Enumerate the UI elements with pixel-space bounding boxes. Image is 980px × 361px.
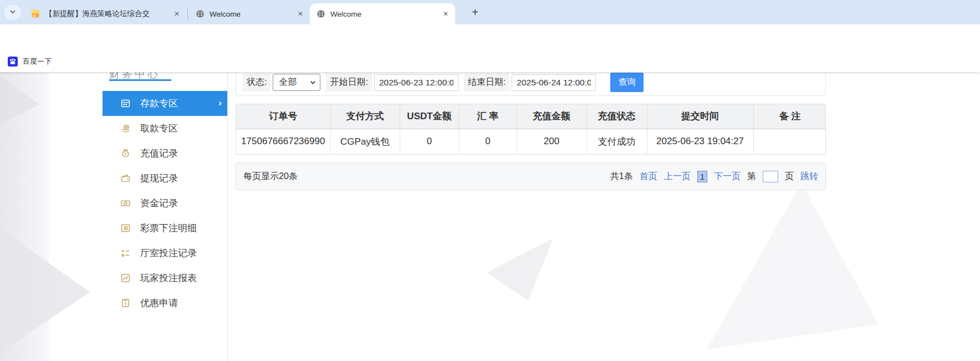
records-table-container: 订单号支付方式USDT金额汇 率充值金额充值状态提交时间备 注 17506766… [236,104,826,155]
search-button[interactable]: 查询 [610,73,644,92]
next-page-link[interactable]: 下一页 [714,171,741,182]
column-header: USDT金额 [400,104,459,129]
browser-window: 【新提醒】海燕策略论坛综合交✕Welcome✕Welcome✕ + js13.c… [0,0,980,361]
end-date-label: 结束日期: [464,73,509,91]
browser-tab[interactable]: Welcome✕ [310,3,455,24]
decor-triangle [707,183,879,349]
column-header: 订单号 [236,104,330,129]
total-count-text: 共1条 [610,171,633,182]
tab-title: 【新提醒】海燕策略论坛综合交 [45,9,167,19]
tab-strip: 【新提醒】海燕策略论坛综合交✕Welcome✕Welcome✕ + [0,0,980,24]
table-header-row: 订单号支付方式USDT金额汇 率充值金额充值状态提交时间备 注 [236,104,826,129]
sidebar-item-label: 厅室投注记录 [140,247,197,260]
sidebar-item-player-bet-report[interactable]: 玩家投注报表 [103,266,227,291]
table-cell [753,129,826,154]
globe-icon [317,9,325,18]
prev-page-link[interactable]: 上一页 [664,171,691,182]
sidebar-heading-underline [109,79,171,81]
tab-close-icon[interactable]: ✕ [295,9,305,19]
deposit-icon [120,98,131,109]
table-body: 1750676667236990CGPay钱包00200支付成功2025-06-… [236,129,826,154]
browser-tab[interactable]: Welcome✕ [189,3,310,24]
table-cell: 200 [517,129,586,154]
filter-bar: 状态: 全部 开始日期: 结束日期: 查询 [236,72,826,96]
sidebar-item-promo-apply[interactable]: ¥优惠申请 [103,291,227,316]
browser-chrome: 【新提醒】海燕策略论坛综合交✕Welcome✕Welcome✕ + js13.c… [0,0,980,72]
start-date-input[interactable] [374,74,458,91]
banknote-icon [120,198,131,209]
chart-icon [120,273,131,283]
end-date-input[interactable] [512,74,596,91]
select-chevron-icon [310,79,316,85]
sidebar-nav: 存款专区›取款专区¥充值记录提现记录资金记录彩票下注明细厅室投注记录玩家投注报表… [103,91,227,316]
new-tab-button[interactable]: + [468,6,482,19]
chevron-right-icon: › [218,98,222,109]
tab-separator [187,9,188,19]
sidebar-item-hall-bet-records[interactable]: 厅室投注记录 [103,241,227,266]
list-squares-icon [120,248,131,258]
status-select-value: 全部 [279,77,297,88]
table-cell: 2025-06-23 19:04:27 [647,129,753,154]
sidebar-item-label: 资金记录 [140,197,178,210]
tabs: 【新提醒】海燕策略论坛综合交✕Welcome✕Welcome✕ [24,3,455,24]
jump-prefix-label: 第 [747,171,756,182]
sidebar-item-label: 优惠申请 [140,297,178,309]
status-select[interactable]: 全部 [273,74,320,91]
table-cell: 0 [459,129,517,154]
start-date-label: 开始日期: [326,73,371,91]
ticket-icon: ¥ [120,298,131,308]
table-row: 1750676667236990CGPay钱包00200支付成功2025-06-… [236,129,826,154]
column-header: 备 注 [753,104,826,129]
pagination-bar: 每页显示20条 共1条 首页 上一页 1 下一页 第 页 跳转 [236,162,826,190]
table-cell: 支付成功 [586,129,647,154]
browser-toolbar: js13.cc/hhcp/usercenter.html?iniType=2 [0,24,980,51]
moneybag-icon: ¥ [120,148,131,159]
tab-search-button[interactable] [4,5,21,20]
sidebar-item-recharge-records[interactable]: ¥充值记录 [103,141,227,166]
page-jump-input[interactable] [763,171,778,182]
pagination-controls: 共1条 首页 上一页 1 下一页 第 页 跳转 [610,171,818,182]
withdraw-icon [120,123,131,134]
tab-title: Welcome [330,10,436,18]
column-header: 充值状态 [586,104,647,129]
sidebar-item-lottery-bet-detail[interactable]: 彩票下注明细 [103,216,227,241]
tab-close-icon[interactable]: ✕ [172,9,182,19]
browser-tab[interactable]: 【新提醒】海燕策略论坛综合交✕ [24,3,186,24]
jump-action-link[interactable]: 跳转 [800,171,818,182]
records-table: 订单号支付方式USDT金额汇 率充值金额充值状态提交时间备 注 17506766… [236,104,826,154]
sidebar-item-withdrawal-records[interactable]: 提现记录 [103,166,227,191]
sidebar-item-label: 提现记录 [140,172,178,185]
sidebar-heading: 财务中心 [109,72,160,79]
tab-close-icon[interactable]: ✕ [441,9,451,19]
page-body: 财务中心 存款专区›取款专区¥充值记录提现记录资金记录彩票下注明细厅室投注记录玩… [0,72,980,361]
tab-title: Welcome [210,10,291,18]
globe-icon [196,9,205,18]
decor-triangle [487,238,553,301]
first-page-link[interactable]: 首页 [640,171,657,182]
current-page-indicator[interactable]: 1 [697,171,707,182]
sidebar-item-deposit[interactable]: 存款专区› [103,91,227,116]
chevron-down-icon [9,8,17,18]
table-cell: 1750676667236990 [236,129,330,154]
plus-icon: + [472,6,478,19]
sidebar-item-label: 玩家投注报表 [140,272,197,284]
column-header: 提交时间 [647,104,753,129]
forum-favicon-icon [31,9,40,18]
sidebar-item-funds-records[interactable]: 资金记录 [103,191,227,216]
sidebar-item-label: 取款专区 [140,122,178,135]
sidebar: 财务中心 存款专区›取款专区¥充值记录提现记录资金记录彩票下注明细厅室投注记录玩… [103,72,228,361]
baidu-paw-icon [8,57,18,67]
main-content: 状态: 全部 开始日期: 结束日期: 查询 订单号支付方式USDT金额汇 [236,72,826,190]
table-cell: 0 [400,129,459,154]
bookmark-baidu[interactable]: 百度一下 [8,57,52,67]
bookmarks-bar: 百度一下 [0,51,980,72]
sidebar-item-label: 彩票下注明细 [140,222,197,235]
status-label: 状态: [243,73,270,91]
page-size-text: 每页显示20条 [243,171,298,182]
column-header: 充值金额 [517,104,586,129]
column-header: 汇 率 [459,104,517,129]
wallet-icon [120,173,131,184]
sidebar-item-withdraw[interactable]: 取款专区 [103,116,227,141]
sidebar-item-label: 存款专区 [140,97,178,110]
svg-text:¥: ¥ [125,302,127,306]
